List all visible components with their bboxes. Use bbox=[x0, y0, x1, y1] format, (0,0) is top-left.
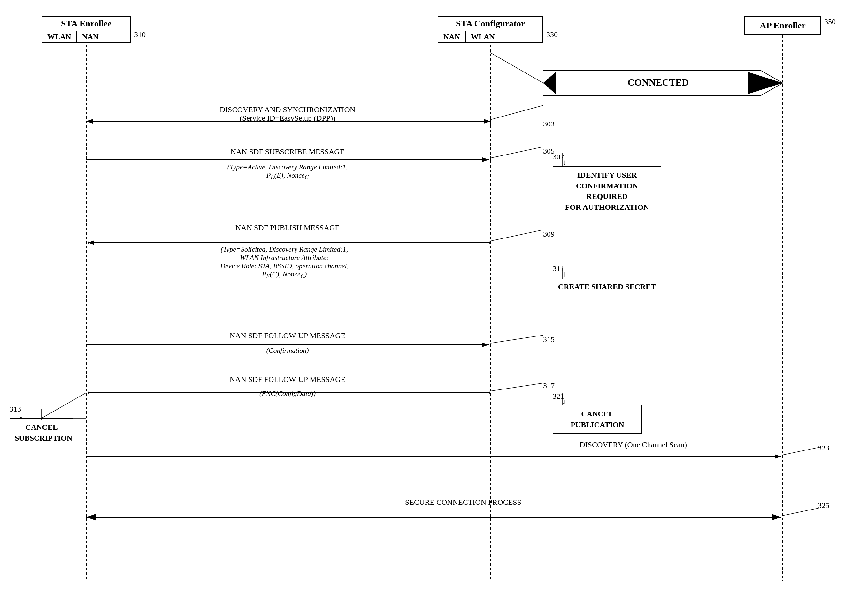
svg-line-25 bbox=[490, 147, 543, 158]
cancel-subscription-box: CANCELSUBSCRIPTION bbox=[10, 418, 73, 447]
msg-followup1: NAN SDF FOLLOW-UP MESSAGE bbox=[128, 331, 447, 340]
diagram-svg: CONNECTED bbox=[0, 0, 868, 597]
msg-nan-subscribe: NAN SDF SUBSCRIBE MESSAGE bbox=[128, 147, 447, 156]
cancel-publication-label: CANCEL PUBLICATION bbox=[570, 410, 624, 429]
svg-line-9 bbox=[490, 53, 543, 83]
svg-line-27 bbox=[490, 335, 543, 343]
svg-text:CONNECTED: CONNECTED bbox=[627, 77, 689, 88]
msg-nan-publish-sub: (Type=Solicited, Discovery Range Limited… bbox=[112, 245, 457, 280]
identify-user-box: IDENTIFY USERCONFIRMATION REQUIREDFOR AU… bbox=[553, 166, 661, 217]
ref-323: 323 bbox=[818, 444, 829, 452]
msg-followup2-sub: (ENC(ConfigData)) bbox=[160, 389, 415, 398]
ref-317: 317 bbox=[543, 382, 555, 390]
msg-nan-publish: NAN SDF PUBLISH MESSAGE bbox=[128, 223, 447, 232]
cancel-subscription-label: CANCELSUBSCRIPTION bbox=[15, 423, 72, 442]
ref-309: 309 bbox=[543, 230, 555, 239]
svg-line-28 bbox=[490, 383, 543, 391]
cancel-publication-box: CANCEL PUBLICATION bbox=[553, 405, 642, 434]
svg-line-26 bbox=[490, 230, 543, 241]
ref-315: 315 bbox=[543, 335, 555, 344]
create-shared-secret-box: CREATE SHARED SECRET bbox=[553, 278, 661, 296]
msg-discovery-sync: DISCOVERY AND SYNCHRONIZATION (Service I… bbox=[128, 105, 447, 123]
create-shared-secret-label: CREATE SHARED SECRET bbox=[558, 282, 656, 291]
ref-303: 303 bbox=[543, 120, 555, 128]
msg-nan-subscribe-sub: (Type=Active, Discovery Range Limited:1,… bbox=[128, 163, 447, 181]
svg-marker-16 bbox=[489, 241, 490, 245]
msg-secure-connection: SECURE CONNECTION PROCESS bbox=[128, 498, 799, 506]
identify-user-label: IDENTIFY USERCONFIRMATION REQUIREDFOR AU… bbox=[565, 171, 649, 211]
svg-line-29 bbox=[783, 447, 821, 455]
ref-325: 325 bbox=[818, 501, 829, 510]
svg-line-30 bbox=[783, 508, 821, 515]
msg-followup2: NAN SDF FOLLOW-UP MESSAGE bbox=[128, 375, 447, 384]
svg-marker-17 bbox=[88, 241, 89, 245]
svg-marker-21 bbox=[88, 391, 89, 395]
svg-line-31 bbox=[42, 393, 86, 418]
msg-discovery-one: DISCOVERY (One Channel Scan) bbox=[128, 441, 735, 449]
svg-line-24 bbox=[490, 105, 543, 120]
msg-followup1-sub: (Confirmation) bbox=[160, 346, 415, 355]
